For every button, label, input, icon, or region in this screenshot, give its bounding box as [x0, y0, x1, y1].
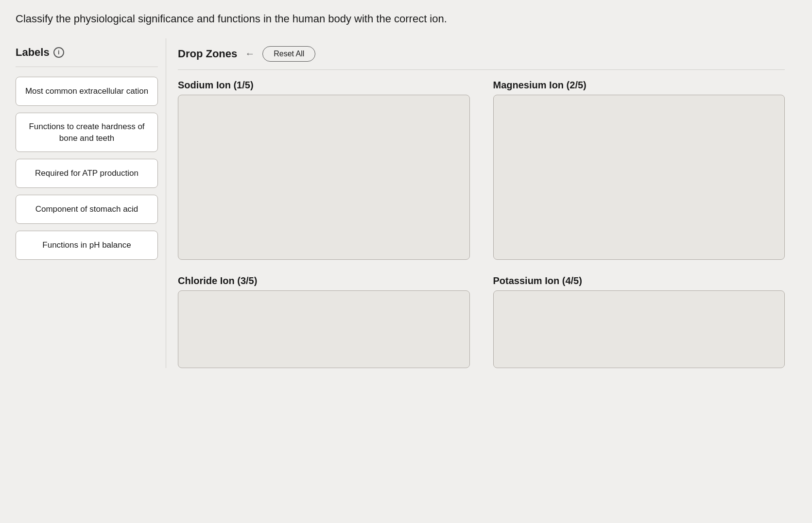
sodium-drop-box[interactable] — [178, 95, 470, 260]
drop-zones-title: Drop Zones — [178, 48, 237, 60]
labels-title: Labels — [16, 46, 50, 59]
main-layout: Labels i Most common extracellular catio… — [16, 38, 796, 368]
label-card-5[interactable]: Functions in pH balance — [16, 231, 158, 260]
chloride-drop-box[interactable] — [178, 290, 470, 368]
drop-zones-header: Drop Zones ← Reset All — [178, 46, 785, 70]
info-icon[interactable]: i — [53, 47, 64, 58]
labels-panel: Labels i Most common extracellular catio… — [16, 38, 166, 368]
potassium-label: Potassium Ion (4/5) — [493, 275, 785, 287]
labels-header: Labels i — [16, 46, 158, 67]
question-text: Classify the physiological significance … — [16, 12, 796, 27]
drop-zone-magnesium: Magnesium Ion (2/5) — [493, 80, 785, 260]
magnesium-drop-box[interactable] — [493, 95, 785, 260]
label-card-4[interactable]: Component of stomach acid — [16, 195, 158, 224]
drop-zones-grid: Sodium Ion (1/5) Magnesium Ion (2/5) Chl… — [178, 80, 785, 368]
page-container: Classify the physiological significance … — [0, 0, 812, 380]
label-cards: Most common extracellular cation Functio… — [16, 77, 158, 260]
chloride-label: Chloride Ion (3/5) — [178, 275, 470, 287]
label-card-3[interactable]: Required for ATP production — [16, 159, 158, 188]
drop-zone-chloride: Chloride Ion (3/5) — [178, 275, 470, 368]
drop-zone-potassium: Potassium Ion (4/5) — [493, 275, 785, 368]
sodium-label: Sodium Ion (1/5) — [178, 80, 470, 91]
drop-zones-panel: Drop Zones ← Reset All Sodium Ion (1/5) … — [166, 38, 796, 368]
label-card-2[interactable]: Functions to create hardness of bone and… — [16, 113, 158, 152]
reset-all-button[interactable]: Reset All — [262, 46, 315, 62]
back-arrow-icon[interactable]: ← — [245, 48, 255, 59]
label-card-1[interactable]: Most common extracellular cation — [16, 77, 158, 106]
magnesium-label: Magnesium Ion (2/5) — [493, 80, 785, 91]
potassium-drop-box[interactable] — [493, 290, 785, 368]
drop-zone-sodium: Sodium Ion (1/5) — [178, 80, 470, 260]
